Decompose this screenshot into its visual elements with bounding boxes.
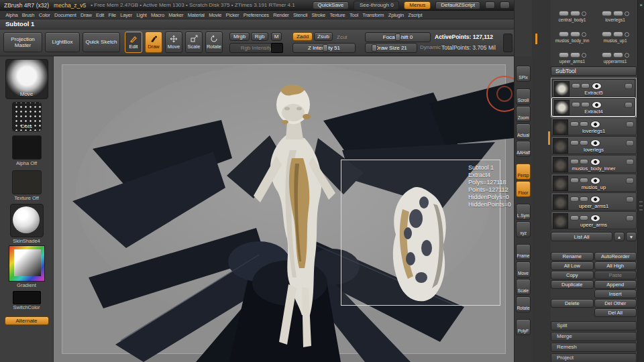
subtool-up-button[interactable]: ▲ xyxy=(614,232,625,241)
rename-button[interactable]: Rename xyxy=(551,252,594,261)
rotate-mode-button[interactable]: Rotate xyxy=(205,32,223,53)
subtool-icon[interactable] xyxy=(580,140,588,145)
lightbox-button[interactable]: LightBox xyxy=(45,32,80,52)
menu-item-transform[interactable]: Transform xyxy=(360,12,386,18)
subtool-icon[interactable] xyxy=(580,215,588,221)
subtool-row-extract5[interactable]: Extract5 xyxy=(552,79,635,97)
current-stroke-thumbnail[interactable]: Dots xyxy=(12,102,42,131)
rail-button-scale[interactable]: Scale xyxy=(516,279,531,295)
subtool-palette-header[interactable]: SubTool xyxy=(551,66,637,76)
menu-item-movie[interactable]: Movie xyxy=(207,12,223,18)
rail-button-spix[interactable]: SPix xyxy=(516,66,531,82)
quick-pick-item[interactable]: muslos_up1 xyxy=(594,22,637,43)
menu-item-alpha[interactable]: Alpha xyxy=(3,12,20,18)
eye-visibility-icon[interactable] xyxy=(592,101,602,109)
menu-item-draw[interactable]: Draw xyxy=(78,12,94,18)
menu-item-brush[interactable]: Brush xyxy=(20,12,37,18)
eye-visibility-icon[interactable] xyxy=(590,177,600,184)
viewport-canvas[interactable]: Subtool 1 Extract4 Polys=127118 Points=1… xyxy=(54,56,514,362)
subtool-brush-icon[interactable] xyxy=(626,140,634,146)
subtool-row[interactable]: upeer_arms xyxy=(551,211,637,229)
menu-item-stencil[interactable]: Stencil xyxy=(291,12,310,18)
menu-item-picker[interactable]: Picker xyxy=(223,12,241,18)
quick-pick-item[interactable]: loverlegs1 xyxy=(594,1,637,22)
rgb-button[interactable]: Rgb xyxy=(251,32,268,41)
menu-item-zplugin[interactable]: Zplugin xyxy=(386,12,407,18)
subtool-brush-icon[interactable] xyxy=(626,178,634,184)
rail-button-xyz[interactable]: xyz xyxy=(516,221,531,237)
subtool-icon[interactable] xyxy=(570,159,579,164)
rail-button-rotate[interactable]: Rotate xyxy=(516,296,531,312)
subtool-icon[interactable] xyxy=(580,178,588,183)
delete-button[interactable]: Delete xyxy=(551,299,594,308)
duplicate-button[interactable]: Duplicate xyxy=(551,280,594,289)
subtool-icon[interactable] xyxy=(580,121,588,127)
del-all-button[interactable]: Del All xyxy=(594,308,637,317)
menu-item-texture[interactable]: Texture xyxy=(327,12,347,18)
subtool-icon[interactable] xyxy=(570,178,579,183)
all-high-button[interactable]: All High xyxy=(594,261,637,270)
menu-item-marker[interactable]: Marker xyxy=(166,12,186,18)
menu-item-tool[interactable]: Tool xyxy=(347,12,360,18)
subtool-icon[interactable] xyxy=(572,102,580,107)
menu-item-zscript[interactable]: Zscript xyxy=(406,12,424,18)
rail-button-aahalf[interactable]: AAHalf xyxy=(516,141,531,157)
menu-item-layer[interactable]: Layer xyxy=(118,12,134,18)
move-mode-button[interactable]: Move xyxy=(165,32,182,53)
rail-button-actual[interactable]: Actual xyxy=(516,123,531,139)
menu-item-macro[interactable]: Macro xyxy=(149,12,166,18)
subtool-down-button[interactable]: ▼ xyxy=(626,232,637,241)
dynamic-toggle[interactable]: Dynamic xyxy=(420,44,441,50)
m-button[interactable]: M xyxy=(271,32,282,41)
menu-item-light[interactable]: Light xyxy=(134,12,149,18)
quick-pick-item[interactable]: upperarms1 xyxy=(594,43,637,64)
menu-item-render[interactable]: Render xyxy=(271,12,291,18)
all-low-button[interactable]: All Low xyxy=(551,261,594,270)
menu-item-preferences[interactable]: Preferences xyxy=(241,12,271,18)
rail-button-polyf[interactable]: PolyF xyxy=(516,319,531,335)
append-button[interactable]: Append xyxy=(594,280,637,289)
draw-mode-button[interactable]: Draw xyxy=(145,32,162,53)
paste-button[interactable]: Paste xyxy=(594,271,637,280)
current-color-swatch[interactable] xyxy=(271,43,283,53)
quicksave-button[interactable]: QuickSave xyxy=(313,1,350,9)
current-material-thumbnail[interactable] xyxy=(10,204,44,237)
color-picker[interactable] xyxy=(9,245,45,282)
menu-item-material[interactable]: Material xyxy=(186,12,207,18)
subtool-brush-icon[interactable] xyxy=(626,215,634,221)
switch-color-swatch[interactable] xyxy=(13,291,41,304)
subtool-row[interactable]: loverlegs1 xyxy=(551,117,637,135)
subtool-brush-icon[interactable] xyxy=(625,102,633,108)
subtool-icon[interactable] xyxy=(581,83,590,88)
quick-pick-item[interactable]: upeer_arms1 xyxy=(551,43,594,64)
subtool-icon[interactable] xyxy=(570,215,579,221)
rail-button-frame[interactable]: Frame xyxy=(516,244,531,260)
subtool-row[interactable]: upeer_arms1 xyxy=(551,192,637,210)
autoreorder-button[interactable]: AutoReorder xyxy=(594,252,637,261)
edit-mode-button[interactable]: Edit xyxy=(125,32,142,53)
menus-button[interactable]: Menus xyxy=(404,1,431,9)
del-other-button[interactable]: Del Other xyxy=(594,299,637,308)
shelf-divider-handle[interactable] xyxy=(503,34,513,52)
alternate-button[interactable]: Alternate xyxy=(5,316,49,325)
menu-item-file[interactable]: File xyxy=(106,12,118,18)
color-picker-gradient[interactable] xyxy=(14,249,41,276)
rail-button-persp[interactable]: Persp xyxy=(516,164,531,180)
menu-item-edit[interactable]: Edit xyxy=(94,12,107,18)
right-edge-strip[interactable]: × xyxy=(637,0,644,362)
z-intensity-handle[interactable] xyxy=(323,44,328,52)
focal-shift-handle[interactable] xyxy=(395,34,400,41)
merge-section-header[interactable]: Merge xyxy=(551,332,637,341)
subtool-brush-icon[interactable] xyxy=(626,196,634,202)
subtool-brush-icon[interactable] xyxy=(626,121,634,127)
rail-button-zoom[interactable]: Zoom xyxy=(516,106,531,122)
subtool-icon[interactable] xyxy=(570,121,579,127)
divider-config-icon[interactable] xyxy=(485,1,495,9)
subtool-icon[interactable] xyxy=(580,159,588,164)
menu-item-document[interactable]: Document xyxy=(52,12,78,18)
eye-visibility-icon[interactable] xyxy=(590,139,600,147)
subtool-icon[interactable] xyxy=(580,196,588,202)
split-section-header[interactable]: Split xyxy=(551,321,637,330)
zadd-button[interactable]: Zadd xyxy=(292,32,313,41)
current-alpha-thumbnail[interactable] xyxy=(12,135,42,160)
